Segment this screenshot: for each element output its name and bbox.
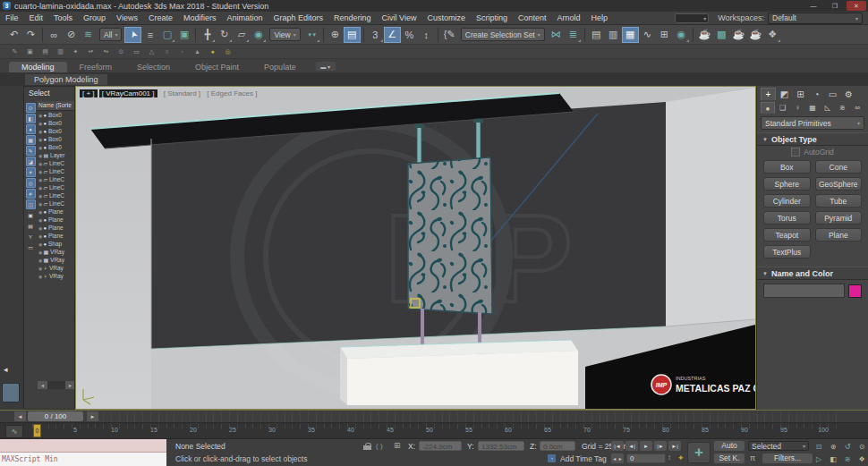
render-setup-icon[interactable]: ☕ xyxy=(696,27,713,43)
extras-toolbar-icon[interactable]: ▣ xyxy=(22,47,38,57)
hierarchy-tab[interactable]: ⊞ xyxy=(793,88,808,100)
y-coordinate-field[interactable]: 1332.53cm xyxy=(478,441,524,451)
ribbon-tab-selection[interactable]: Selection xyxy=(124,62,183,72)
current-frame-field[interactable]: 0 xyxy=(626,453,666,463)
geosphere-button[interactable]: GeoSphere xyxy=(815,177,863,191)
bind-spacewarp-icon[interactable]: ≋ xyxy=(80,27,97,43)
menu-file[interactable]: File xyxy=(0,13,24,22)
scroll-right-icon[interactable]: ► xyxy=(65,381,75,389)
explorer-tool-icon[interactable]: ✎ xyxy=(26,146,36,156)
maxscript-mini-listener[interactable]: MAXScript Min xyxy=(0,439,166,466)
helpers-category[interactable]: ◺ xyxy=(821,102,835,114)
ribbon-config-icon[interactable]: ▬ ▾ xyxy=(316,62,336,71)
menu-tools[interactable]: Tools xyxy=(48,13,78,22)
key-mode-toggle[interactable]: ◄ ► xyxy=(611,453,624,463)
quick-access-dropdown[interactable]: ▾ xyxy=(675,13,709,23)
auto-key-button[interactable]: Auto xyxy=(714,441,745,451)
autogrid-checkbox[interactable] xyxy=(791,148,800,157)
select-by-name-icon[interactable]: ≡ xyxy=(141,27,158,43)
pan-view-icon[interactable]: ⊕ xyxy=(827,441,839,452)
explorer-row-vray[interactable]: ◉▦VRay xyxy=(37,248,74,256)
menu-create[interactable]: Create xyxy=(143,13,178,22)
undo-icon[interactable]: ↶ xyxy=(5,27,22,43)
viewport-menu-plus[interactable]: [ + ] xyxy=(80,89,98,97)
menu-graph-editors[interactable]: Graph Editors xyxy=(268,13,328,22)
time-slider-track[interactable] xyxy=(32,412,841,421)
menu-modifiers[interactable]: Modifiers xyxy=(178,13,222,22)
current-frame-marker[interactable]: 0 xyxy=(33,424,41,437)
select-and-place-icon[interactable]: ◉ xyxy=(250,27,267,43)
spacewarps-category[interactable]: ≋ xyxy=(836,102,850,114)
zoom-extents-icon[interactable]: ▷ xyxy=(813,453,825,464)
create-selection-set-dropdown[interactable]: Create Selection Set▾ xyxy=(461,28,545,41)
explorer-row-vray[interactable]: ◉♀VRay xyxy=(37,272,74,280)
unlink-selection-icon[interactable]: ⊘ xyxy=(63,27,80,43)
systems-category[interactable]: ∞ xyxy=(850,102,864,114)
visibility-eye-icon[interactable]: ◉ xyxy=(38,201,42,207)
explorer-row-linec[interactable]: ◉▱LineC xyxy=(37,199,74,208)
teapot-button[interactable]: Teapot xyxy=(763,228,811,241)
extras-toolbar-icon[interactable]: ● xyxy=(205,47,220,57)
object-color-swatch[interactable] xyxy=(848,284,862,298)
extras-toolbar-icon[interactable]: ▭ xyxy=(129,47,144,57)
go-to-end-button[interactable]: ►| xyxy=(668,441,681,451)
visibility-eye-icon[interactable]: ◉ xyxy=(38,137,42,142)
explorer-row-vray[interactable]: ◉♀VRay xyxy=(37,264,74,272)
extras-toolbar-icon[interactable]: ↬ xyxy=(98,47,114,57)
visibility-eye-icon[interactable]: ◉ xyxy=(38,233,42,239)
maxscript-field[interactable]: MAXScript Min xyxy=(0,453,166,466)
visibility-eye-icon[interactable]: ◉ xyxy=(38,177,42,182)
visibility-eye-icon[interactable]: ◉ xyxy=(38,161,42,166)
visibility-eye-icon[interactable]: ◉ xyxy=(38,217,42,223)
menu-group[interactable]: Group xyxy=(78,13,111,22)
viewport-shading-label[interactable]: [ Edged Faces ] xyxy=(207,89,257,97)
plinth-front[interactable] xyxy=(347,351,578,405)
cameras-category[interactable]: ▦ xyxy=(805,102,820,114)
align-icon[interactable]: ≣ xyxy=(565,27,582,43)
maximize-button[interactable]: ❐ xyxy=(825,1,845,11)
use-pivot-center-icon[interactable]: ▼▼ xyxy=(303,27,320,43)
explorer-row-linec[interactable]: ◉▱LineC xyxy=(37,183,74,191)
curve-editor-icon[interactable]: ∿ xyxy=(639,27,656,43)
explorer-row-plane[interactable]: ◉●Plane xyxy=(37,224,74,232)
extras-toolbar-icon[interactable]: ▥ xyxy=(53,47,68,57)
extras-toolbar-icon[interactable]: △ xyxy=(144,47,159,57)
close-button[interactable]: ✕ xyxy=(847,1,866,11)
macro-recorder-field[interactable] xyxy=(0,439,166,453)
rectangular-selection-region-icon[interactable]: ▢ xyxy=(158,27,175,43)
explorer-row-layer[interactable]: ◉▤Layer xyxy=(37,151,74,159)
visibility-eye-icon[interactable]: ◉ xyxy=(38,241,42,247)
track-bar[interactable]: ∿ 05101520253035404550556065707580859095… xyxy=(0,422,868,438)
ribbon-tab-modeling[interactable]: Modeling xyxy=(9,62,67,72)
menu-arnold[interactable]: Arnold xyxy=(551,13,585,22)
perspective-viewport[interactable]: [ + ] [ VRayCam001 ] [ Standard ] [ Edge… xyxy=(75,86,756,410)
key-filters-selected-dropdown[interactable]: Selected▾ xyxy=(748,441,809,451)
maximize-viewport-icon[interactable]: ❖ xyxy=(855,453,868,464)
lights-category[interactable]: ♀ xyxy=(791,102,805,114)
select-and-manipulate-icon[interactable]: ⊕ xyxy=(327,27,344,43)
previous-frame-button[interactable]: ◄| xyxy=(625,441,638,451)
scene-explorer-icon[interactable]: ▦ xyxy=(622,27,639,43)
render-in-cloud-icon[interactable]: ☕ xyxy=(747,27,764,43)
menu-content[interactable]: Content xyxy=(513,13,552,22)
explorer-tool-icon[interactable]: ◫ xyxy=(26,199,36,209)
object-name-field[interactable] xyxy=(763,284,845,298)
visibility-eye-icon[interactable]: ◉ xyxy=(38,266,42,271)
explorer-filter-icon[interactable]: Y xyxy=(26,232,36,241)
explorer-tool-icon[interactable]: ▣ xyxy=(26,210,36,220)
visibility-eye-icon[interactable]: ◉ xyxy=(38,113,42,118)
visibility-eye-icon[interactable]: ◉ xyxy=(38,129,42,134)
torus-button[interactable]: Torus xyxy=(763,211,811,225)
select-and-scale-icon[interactable]: ▱ xyxy=(233,27,250,43)
menu-rendering[interactable]: Rendering xyxy=(328,13,377,22)
cone-button[interactable]: Cone xyxy=(815,160,863,174)
extras-toolbar-icon[interactable]: ▤ xyxy=(38,47,53,57)
play-button[interactable]: ► xyxy=(640,441,652,451)
sphere-button[interactable]: Sphere xyxy=(763,177,811,191)
menu-edit[interactable]: Edit xyxy=(24,13,49,22)
extras-toolbar-icon[interactable]: ○ xyxy=(159,47,174,57)
explorer-row-plane[interactable]: ◉●Plane xyxy=(37,232,74,240)
visibility-eye-icon[interactable]: ◉ xyxy=(38,121,42,126)
tube-button[interactable]: Tube xyxy=(815,194,863,208)
window-crossing-icon[interactable]: ▣ xyxy=(175,27,192,43)
